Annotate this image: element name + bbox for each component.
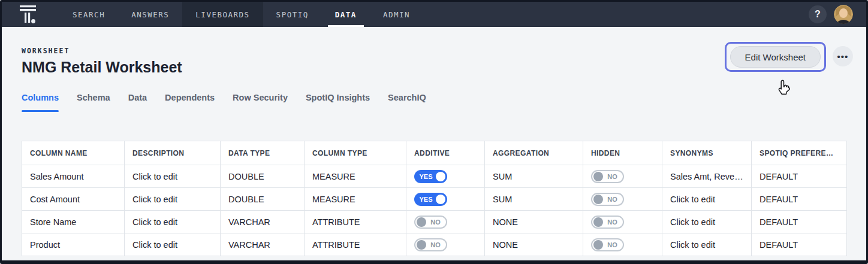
cell-data-type[interactable]: DOUBLE xyxy=(221,188,305,211)
tab-data[interactable]: Data xyxy=(128,93,147,112)
cell-spotiq-preference[interactable]: DEFAULT xyxy=(752,233,847,256)
header-synonyms: SYNONYMS xyxy=(662,141,752,165)
header-description: DESCRIPTION xyxy=(125,141,221,165)
user-avatar[interactable] xyxy=(834,5,853,24)
toggle-label: NO xyxy=(603,219,622,226)
cell-spotiq-preference[interactable]: DEFAULT xyxy=(752,165,847,188)
tab-spotiq-insights[interactable]: SpotIQ Insights xyxy=(306,93,370,112)
toggle-knob xyxy=(436,195,445,204)
page-title: NMG Retail Worksheet xyxy=(22,59,182,76)
thoughtspot-logo[interactable] xyxy=(2,2,59,27)
toggle-label: YES xyxy=(416,196,436,203)
table-row: Cost Amount Click to edit DOUBLE MEASURE… xyxy=(22,188,847,211)
top-navbar: SEARCH ANSWERS LIVEBOARDS SPOTIQ DATA AD… xyxy=(2,2,866,27)
cell-data-type[interactable]: VARCHAR xyxy=(221,233,305,256)
cell-column-name[interactable]: Store Name xyxy=(22,211,125,233)
toggle-knob xyxy=(417,240,426,250)
hand-cursor-icon xyxy=(777,80,792,96)
cell-column-type[interactable]: ATTRIBUTE xyxy=(305,233,406,256)
page-content: WORKSHEET NMG Retail Worksheet Edit Work… xyxy=(2,27,866,260)
toggle-label: NO xyxy=(426,219,445,226)
hidden-toggle[interactable]: NO xyxy=(591,170,624,183)
hidden-toggle[interactable]: NO xyxy=(591,238,624,251)
nav-item-search[interactable]: SEARCH xyxy=(59,2,118,27)
cell-aggregation[interactable]: SUM xyxy=(485,165,583,188)
toggle-knob xyxy=(436,172,445,181)
cell-description[interactable]: Click to edit xyxy=(125,188,221,211)
cell-column-name[interactable]: Product xyxy=(22,233,125,256)
toggle-knob xyxy=(417,217,426,227)
edit-worksheet-button[interactable]: Edit Worksheet xyxy=(730,46,821,68)
header-column-name: COLUMN NAME xyxy=(22,141,125,165)
cell-description[interactable]: Click to edit xyxy=(125,211,221,233)
tab-searchiq[interactable]: SearchIQ xyxy=(388,93,426,112)
header-additive: ADDITIVE xyxy=(406,141,485,165)
cell-spotiq-preference[interactable]: DEFAULT xyxy=(752,211,847,233)
header-column-type: COLUMN TYPE xyxy=(305,141,406,165)
thoughtspot-logo-icon xyxy=(20,5,36,24)
table-row: Sales Amount Click to edit DOUBLE MEASUR… xyxy=(22,165,847,188)
cell-column-type[interactable]: MEASURE xyxy=(305,188,406,211)
toggle-label: NO xyxy=(426,241,445,248)
cell-spotiq-preference[interactable]: DEFAULT xyxy=(752,188,847,211)
help-button[interactable]: ? xyxy=(809,5,827,23)
cell-column-type[interactable]: ATTRIBUTE xyxy=(305,211,406,233)
more-options-button[interactable]: ••• xyxy=(833,46,853,66)
worksheet-eyebrow-label: WORKSHEET xyxy=(22,47,70,55)
toggle-knob xyxy=(593,172,603,181)
cell-column-type[interactable]: MEASURE xyxy=(305,165,406,188)
cell-synonyms[interactable]: Click to edit xyxy=(662,211,752,233)
cell-synonyms[interactable]: Click to edit xyxy=(662,233,752,256)
table-header-row: COLUMN NAME DESCRIPTION DATA TYPE COLUMN… xyxy=(22,141,847,165)
tab-schema[interactable]: Schema xyxy=(77,93,110,112)
toggle-label: NO xyxy=(603,241,622,248)
nav-item-answers[interactable]: ANSWERS xyxy=(118,2,182,27)
additive-toggle[interactable]: YES xyxy=(414,193,447,206)
edit-button-highlight-outline: Edit Worksheet xyxy=(725,42,826,72)
cell-description[interactable]: Click to edit xyxy=(125,165,221,188)
header-data-type: DATA TYPE xyxy=(221,141,305,165)
nav-item-data[interactable]: DATA xyxy=(322,2,370,27)
cell-column-name[interactable]: Cost Amount xyxy=(22,188,125,211)
header-aggregation: AGGREGATION xyxy=(485,141,583,165)
hidden-toggle[interactable]: NO xyxy=(591,193,624,206)
avatar-image xyxy=(834,5,853,24)
main-menu: SEARCH ANSWERS LIVEBOARDS SPOTIQ DATA AD… xyxy=(59,2,423,27)
additive-toggle[interactable]: YES xyxy=(414,170,447,183)
toggle-knob xyxy=(593,195,603,204)
toggle-label: YES xyxy=(416,173,436,180)
header-spotiq-preference: SPOTIQ PREFERENCE xyxy=(752,141,847,165)
toggle-label: NO xyxy=(603,196,622,203)
additive-toggle[interactable]: NO xyxy=(414,216,447,229)
cell-aggregation[interactable]: NONE xyxy=(485,211,583,233)
tab-columns[interactable]: Columns xyxy=(22,93,59,112)
cell-data-type[interactable]: VARCHAR xyxy=(221,211,305,233)
cell-column-name[interactable]: Sales Amount xyxy=(22,165,125,188)
toggle-label: NO xyxy=(603,173,622,180)
nav-item-liveboards[interactable]: LIVEBOARDS xyxy=(182,2,263,27)
toggle-knob xyxy=(593,217,603,227)
hidden-toggle[interactable]: NO xyxy=(591,216,624,229)
cell-synonyms[interactable]: Sales Amt, Reve… xyxy=(662,165,752,188)
cell-synonyms[interactable]: Click to edit xyxy=(662,188,752,211)
navbar-right: ? xyxy=(809,2,866,27)
cell-aggregation[interactable]: SUM xyxy=(485,188,583,211)
toggle-knob xyxy=(593,240,603,250)
app-window: SEARCH ANSWERS LIVEBOARDS SPOTIQ DATA AD… xyxy=(0,0,868,264)
tab-dependents[interactable]: Dependents xyxy=(165,93,215,112)
table-row: Product Click to edit VARCHAR ATTRIBUTE … xyxy=(22,233,847,256)
table-row: Store Name Click to edit VARCHAR ATTRIBU… xyxy=(22,211,847,233)
additive-toggle[interactable]: NO xyxy=(414,238,447,251)
cell-data-type[interactable]: DOUBLE xyxy=(221,165,305,188)
nav-item-spotiq[interactable]: SPOTIQ xyxy=(263,2,322,27)
cell-aggregation[interactable]: NONE xyxy=(485,233,583,256)
tab-row-security[interactable]: Row Security xyxy=(233,93,288,112)
cell-description[interactable]: Click to edit xyxy=(125,233,221,256)
columns-table: COLUMN NAME DESCRIPTION DATA TYPE COLUMN… xyxy=(22,141,847,256)
nav-item-admin[interactable]: ADMIN xyxy=(370,2,423,27)
worksheet-tabs: Columns Schema Data Dependents Row Secur… xyxy=(22,93,426,112)
header-hidden: HIDDEN xyxy=(583,141,662,165)
